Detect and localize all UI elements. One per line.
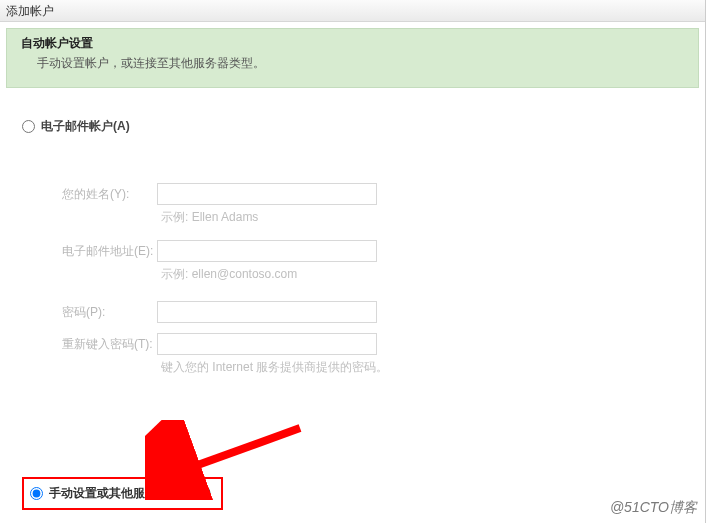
name-field bbox=[157, 183, 377, 205]
header-banner: 自动帐户设置 手动设置帐户，或连接至其他服务器类型。 bbox=[6, 28, 699, 88]
banner-subtitle: 手动设置帐户，或连接至其他服务器类型。 bbox=[21, 55, 684, 72]
banner-title: 自动帐户设置 bbox=[21, 35, 684, 52]
name-example: 示例: Ellen Adams bbox=[157, 209, 687, 226]
radio-email-label: 电子邮件帐户(A) bbox=[41, 118, 130, 135]
radio-manual-input[interactable] bbox=[30, 487, 43, 500]
retype-field bbox=[157, 333, 377, 355]
password-label: 密码(P): bbox=[62, 304, 157, 321]
password-field bbox=[157, 301, 377, 323]
radio-email-input[interactable] bbox=[22, 120, 35, 133]
name-label: 您的姓名(Y): bbox=[62, 186, 157, 203]
radio-manual-label: 手动设置或其他服务器类型(M) bbox=[49, 485, 211, 502]
svg-line-1 bbox=[170, 428, 300, 475]
watermark: @51CTO博客 bbox=[610, 499, 697, 517]
radio-email-account[interactable]: 电子邮件帐户(A) bbox=[22, 118, 687, 135]
email-example: 示例: ellen@contoso.com bbox=[157, 266, 687, 283]
window-title: 添加帐户 bbox=[0, 0, 705, 22]
email-field bbox=[157, 240, 377, 262]
retype-label: 重新键入密码(T): bbox=[62, 336, 157, 353]
radio-manual-setup[interactable]: 手动设置或其他服务器类型(M) bbox=[22, 477, 223, 510]
auto-form: 您的姓名(Y): 示例: Ellen Adams 电子邮件地址(E): 示例: … bbox=[62, 183, 687, 376]
password-hint: 键入您的 Internet 服务提供商提供的密码。 bbox=[157, 359, 687, 376]
email-label: 电子邮件地址(E): bbox=[62, 243, 157, 260]
